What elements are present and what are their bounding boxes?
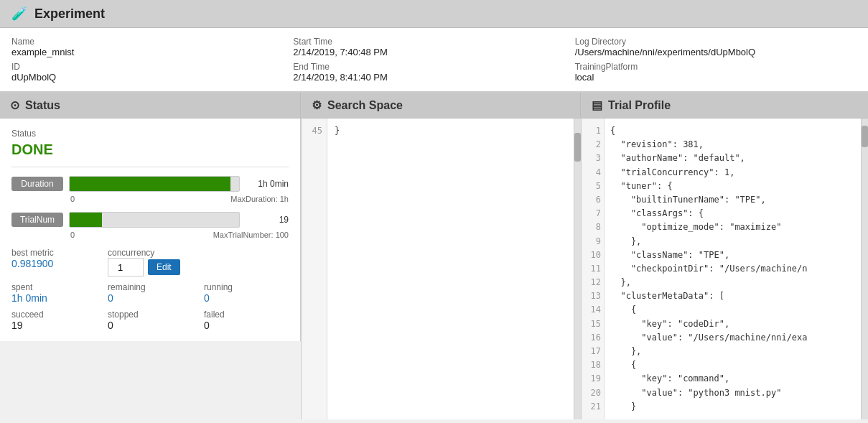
id-value: dUpMbolQ [11, 72, 293, 83]
trial-line-number: 11 [584, 262, 601, 276]
trial-code-line: "clusterMetaData": [ [610, 289, 862, 303]
trial-code-line: }, [610, 276, 862, 289]
remaining-label: remaining [108, 282, 192, 292]
duration-end: 1h 0min [246, 179, 289, 189]
concurrency-input[interactable] [108, 258, 144, 276]
duration-min: 0 [70, 195, 75, 203]
failed-label: failed [204, 310, 289, 320]
trial-line-number: 3 [584, 152, 601, 165]
empty-cell [204, 248, 289, 276]
trial-code-line: "checkpointDir": "/Users/machine/n [610, 262, 862, 276]
search-space-code: } [327, 118, 347, 419]
trial-code-line: "trialConcurrency": 1, [610, 166, 862, 180]
stopped-cell: stopped 0 [108, 310, 192, 331]
status-label: Status [11, 129, 289, 139]
spent-value: 1h 0min [11, 292, 96, 304]
trial-line-number: 4 [584, 166, 601, 180]
trial-line-number: 14 [584, 303, 601, 317]
trial-line-number: 18 [584, 358, 601, 372]
failed-cell: failed 0 [204, 310, 289, 331]
running-cell: running 0 [204, 282, 289, 304]
trial-line-number: 2 [584, 138, 601, 152]
succeed-cell: succeed 19 [11, 310, 96, 331]
trial-code-line: { [610, 303, 862, 317]
start-time-value: 2/14/2019, 7:40:48 PM [293, 47, 574, 57]
trial-line-number: 13 [584, 289, 601, 303]
spent-cell: spent 1h 0min [11, 282, 96, 304]
name-label: Name [11, 37, 293, 47]
end-time-label: End Time [293, 62, 574, 72]
search-space-line-num: 45 [306, 124, 322, 138]
trial-line-number: 17 [584, 345, 601, 358]
search-space-body: 45 } [302, 118, 581, 419]
name-value: example_mnist [11, 47, 293, 57]
succeed-label: succeed [11, 310, 96, 320]
duration-row: Duration 1h 0min [11, 176, 289, 192]
trial-code-line: "key": "codeDir", [610, 317, 862, 331]
trial-profile-title: Trial Profile [608, 99, 671, 112]
end-time-value: 2/14/2019, 8:41:40 PM [293, 72, 574, 83]
search-space-title: Search Space [327, 99, 403, 112]
remaining-value: 0 [108, 292, 192, 304]
status-icon: ⊙ [10, 98, 19, 112]
trialnum-progress-bar [69, 212, 240, 228]
trialnum-end: 19 [246, 215, 289, 225]
trial-line-number: 15 [584, 317, 601, 331]
scrollbar-track[interactable] [574, 118, 581, 419]
edit-button[interactable]: Edit [148, 259, 180, 275]
status-panel-content: Status DONE Duration 1h 0min 0 MaxDurati… [0, 118, 301, 341]
trial-line-number: 5 [584, 180, 601, 193]
failed-value: 0 [204, 320, 289, 331]
experiment-header: 🧪 Experiment [0, 0, 868, 28]
trialnum-max: MaxTrialNumber: 100 [213, 231, 289, 239]
status-panel-header: ⊙ Status [0, 93, 301, 118]
trial-code-line: "optimize_mode": "maximize" [610, 220, 862, 234]
id-label: ID [11, 62, 293, 72]
running-value: 0 [204, 292, 289, 304]
trial-code-line: "classArgs": { [610, 207, 862, 220]
trialnum-fill [70, 213, 102, 227]
concurrency-label: concurrency [108, 248, 192, 258]
scrollbar-thumb[interactable] [574, 133, 581, 162]
spent-label: spent [11, 282, 96, 292]
trial-scrollbar-thumb[interactable] [862, 126, 868, 147]
training-platform-label: TrainingPlatform [575, 62, 857, 72]
start-time-label: Start Time [293, 37, 574, 47]
trial-code-line: "tuner": { [610, 180, 862, 193]
trial-code-line: { [610, 124, 862, 138]
flask-icon: 🧪 [11, 6, 27, 22]
search-space-icon: ⚙ [312, 98, 322, 112]
trial-line-number: 20 [584, 386, 601, 400]
experiment-info: Name example_mnist ID dUpMbolQ Start Tim… [0, 28, 868, 93]
search-space-line-numbers: 45 [302, 118, 327, 419]
trial-line-number: 21 [584, 400, 601, 414]
log-dir-label: Log Directory [575, 37, 857, 47]
trial-line-number: 9 [584, 235, 601, 248]
trial-code-line: "value": "/Users/machine/nni/exa [610, 331, 862, 345]
trial-code-line: }, [610, 235, 862, 248]
trial-code-line: }, [610, 345, 862, 358]
duration-fill [70, 177, 230, 191]
log-dir-value: /Users/machine/nni/experiments/dUpMbolQ [575, 47, 857, 57]
trial-line-number: 8 [584, 220, 601, 234]
trial-line-numbers: 123456789101112131415161718192021 [582, 118, 605, 419]
trial-code-line: "className": "TPE", [610, 248, 862, 262]
panels-container: ⊙ Status Status DONE Duration 1h 0min 0 … [0, 93, 868, 401]
trial-profile-header: ▤ Trial Profile [582, 93, 868, 118]
trialnum-min: 0 [70, 231, 75, 239]
trial-line-number: 19 [584, 372, 601, 386]
search-space-panel: ⚙ Search Space 45 } [302, 93, 582, 419]
succeed-value: 19 [11, 320, 96, 331]
trial-line-number: 12 [584, 276, 601, 289]
trial-code-line: } [610, 400, 862, 414]
trial-line-number: 7 [584, 207, 601, 220]
best-metric-value: 0.981900 [11, 258, 96, 269]
trial-line-number: 16 [584, 331, 601, 345]
trial-line-number: 10 [584, 248, 601, 262]
trial-profile-icon: ▤ [592, 98, 602, 112]
trial-code-line: "builtinTunerName": "TPE", [610, 193, 862, 207]
trialnum-row: TrialNum 19 [11, 212, 289, 228]
trial-code-line: "key": "command", [610, 372, 862, 386]
concurrency-row: Edit [108, 258, 192, 276]
trial-scrollbar-track[interactable] [861, 118, 868, 419]
